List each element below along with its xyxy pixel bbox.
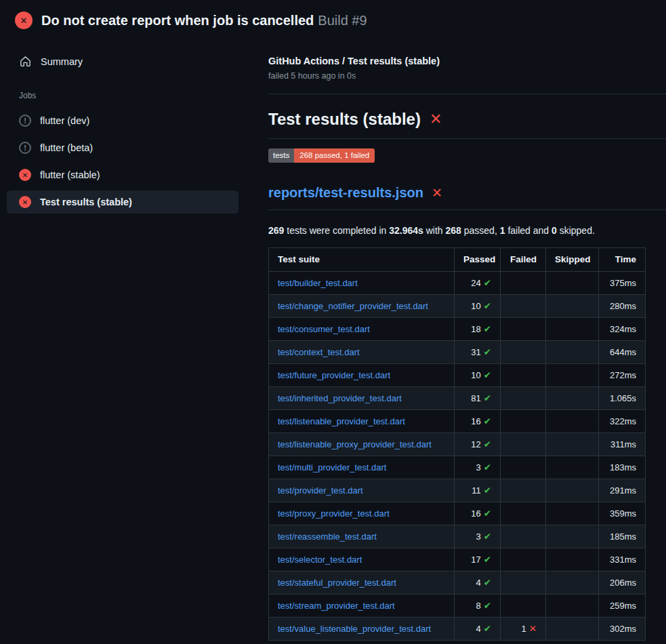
build-title-row: Do not create report when job is cancell… (41, 12, 367, 29)
failed-x-icon: ✕ (430, 112, 442, 127)
test-suite-link[interactable]: test/provider_test.dart (278, 485, 363, 496)
check-icon: ✔ (484, 347, 491, 357)
passed-cell: 3✔ (455, 456, 501, 479)
test-suite-link[interactable]: test/multi_provider_test.dart (278, 462, 386, 472)
column-header-time: Time (599, 247, 646, 271)
sidebar-job-item[interactable]: ✕ Test results (stable) (7, 190, 238, 214)
passed-cell: 10✔ (455, 294, 501, 317)
skipped-cell (546, 456, 599, 479)
table-row: test/stream_provider_test.dart 8✔ 259ms (269, 594, 646, 617)
build-title: Do not create report when job is cancell… (41, 13, 314, 28)
check-icon: ✔ (484, 301, 491, 311)
check-icon: ✔ (484, 416, 491, 426)
failed-cell (501, 317, 546, 340)
failed-cell (501, 548, 546, 571)
failed-cell (501, 271, 546, 294)
build-header: ✕ Do not create report when job is cance… (0, 0, 666, 38)
sidebar-job-item[interactable]: ! flutter (dev) (7, 109, 238, 132)
job-list: ! flutter (dev) ! flutter (beta) ✕ flutt… (7, 109, 238, 214)
passed-cell: 18✔ (455, 317, 501, 340)
skipped-cell (546, 571, 599, 594)
table-row: test/value_listenable_provider_test.dart… (269, 617, 646, 640)
test-suite-link[interactable]: test/stateful_provider_test.dart (278, 578, 396, 588)
failed-cell: 1✕ (501, 617, 546, 640)
test-suite-link[interactable]: test/listenable_provider_test.dart (278, 416, 405, 426)
skipped-cell (546, 617, 599, 640)
test-suite-link[interactable]: test/listenable_proxy_provider_test.dart (278, 439, 432, 449)
test-suite-link[interactable]: test/inherited_provider_test.dart (278, 393, 402, 403)
skipped-cell (546, 548, 599, 571)
time-cell: 322ms (599, 409, 646, 432)
sidebar-job-label: flutter (dev) (40, 115, 89, 126)
section-title-row: Test results (stable) ✕ (268, 110, 666, 139)
failed-cell (501, 479, 546, 502)
test-suite-link[interactable]: test/builder_test.dart (278, 278, 358, 288)
table-row: test/provider_test.dart 11✔ 291ms (269, 479, 646, 502)
column-header-passed: Passed (455, 247, 501, 271)
passed-cell: 17✔ (455, 548, 501, 571)
time-cell: 185ms (599, 525, 646, 548)
passed-cell: 24✔ (455, 271, 501, 294)
build-failed-status-icon: ✕ (15, 12, 33, 29)
jobs-section-label: Jobs (19, 91, 238, 100)
check-icon: ✔ (484, 324, 491, 334)
test-suite-link[interactable]: test/consumer_test.dart (278, 324, 370, 334)
test-suite-link[interactable]: test/future_provider_test.dart (278, 370, 390, 380)
report-file-link[interactable]: reports/test-results.json (268, 185, 423, 201)
test-suite-link[interactable]: test/context_test.dart (278, 347, 360, 357)
tests-badge: tests 268 passed, 1 failed (268, 148, 375, 163)
test-suite-link[interactable]: test/stream_provider_test.dart (278, 601, 395, 611)
skipped-cell (546, 363, 599, 386)
check-icon: ✔ (484, 439, 491, 449)
test-suite-link[interactable]: test/change_notifier_provider_test.dart (278, 301, 428, 311)
check-icon: ✔ (484, 601, 491, 611)
time-cell: 206ms (599, 571, 646, 594)
tests-summary: 269 tests were completed in 32.964s with… (268, 225, 666, 236)
time-cell: 311ms (599, 432, 646, 456)
failed-cell (501, 456, 546, 479)
tests-badge-label: tests (268, 148, 294, 163)
passed-cell: 10✔ (455, 363, 501, 386)
skipped-cell (546, 317, 599, 340)
breadcrumb: GitHub Actions / Test results (stable) (268, 56, 666, 66)
time-cell: 291ms (599, 479, 646, 502)
skipped-cell (546, 594, 599, 617)
test-suite-link[interactable]: test/selector_test.dart (278, 555, 362, 565)
skipped-cell (546, 502, 599, 525)
table-row: test/future_provider_test.dart 10✔ 272ms (269, 363, 646, 386)
column-header-test-suite: Test suite (269, 247, 455, 271)
time-cell: 302ms (599, 617, 646, 640)
time-cell: 1.065s (599, 386, 646, 409)
table-row: test/multi_provider_test.dart 3✔ 183ms (269, 456, 646, 479)
sidebar-job-label: Test results (stable) (40, 197, 132, 207)
skipped-cell (546, 409, 599, 432)
sidebar-summary-label: Summary (41, 56, 83, 67)
failed-cell (501, 525, 546, 548)
sidebar-job-item[interactable]: ✕ flutter (stable) (7, 163, 238, 186)
table-row: test/consumer_test.dart 18✔ 324ms (269, 317, 646, 340)
skipped-cell (546, 479, 599, 502)
failed-cell (501, 409, 546, 432)
test-suite-link[interactable]: test/value_listenable_provider_test.dart (278, 624, 431, 634)
passed-cell: 16✔ (455, 409, 501, 432)
failed-cell (501, 386, 546, 409)
time-cell: 183ms (599, 456, 646, 479)
skipped-cell (546, 294, 599, 317)
tests-badge-value: 268 passed, 1 failed (294, 148, 375, 163)
check-icon: ✔ (484, 555, 491, 565)
time-cell: 324ms (599, 317, 646, 340)
sidebar-job-label: flutter (stable) (40, 169, 100, 180)
sidebar-job-item[interactable]: ! flutter (beta) (7, 136, 238, 159)
table-header-row: Test suite Passed Failed Skipped Time (269, 247, 646, 271)
sidebar-job-label: flutter (beta) (40, 142, 93, 153)
table-row: test/context_test.dart 31✔ 644ms (269, 340, 646, 363)
check-icon: ✔ (484, 485, 491, 496)
x-icon: ✕ (529, 624, 537, 634)
sidebar-item-summary[interactable]: Summary (7, 50, 238, 73)
table-row: test/reassemble_test.dart 3✔ 185ms (269, 525, 646, 548)
status-neutral-icon: ! (19, 115, 31, 127)
test-suite-link[interactable]: test/reassemble_test.dart (278, 531, 377, 542)
test-suite-link[interactable]: test/proxy_provider_test.dart (278, 508, 390, 519)
report-title-row: reports/test-results.json ✕ (268, 185, 666, 210)
passed-cell: 81✔ (455, 386, 501, 409)
